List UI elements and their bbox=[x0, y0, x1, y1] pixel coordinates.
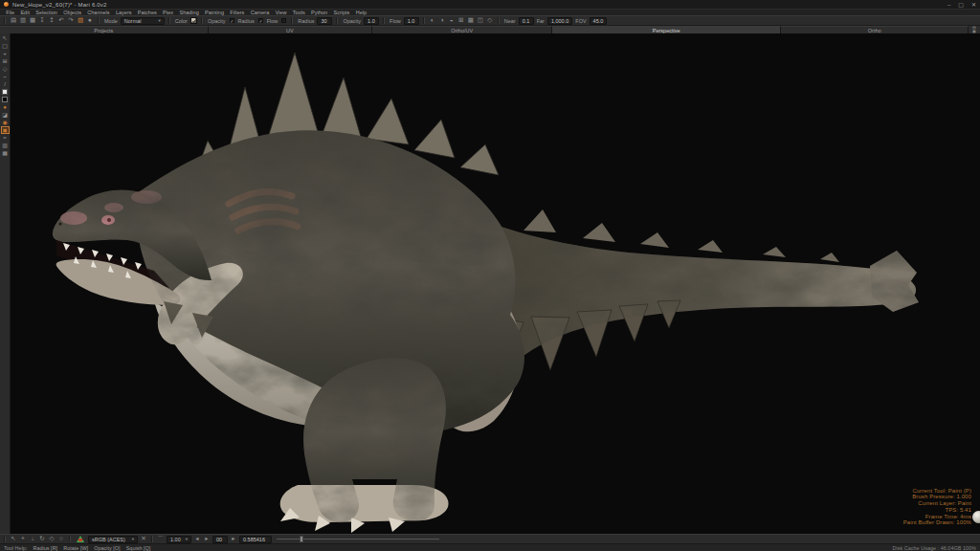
tab-perspective[interactable]: Perspective bbox=[552, 26, 781, 33]
pan-camera-icon[interactable]: ↖ bbox=[10, 536, 17, 542]
pixel-paint-tool[interactable]: ▦ bbox=[1, 149, 10, 157]
menubar: File Edit Selection Objects Channels Lay… bbox=[0, 9, 980, 15]
mirror-projection-icon[interactable]: ◫ bbox=[477, 17, 484, 24]
eraser-tool[interactable]: ◪ bbox=[1, 111, 10, 119]
warp-tool[interactable]: ◇ bbox=[1, 65, 10, 73]
flow-field[interactable]: 1.0 bbox=[404, 17, 419, 25]
lut-extrapolate-select[interactable]: 1.00▾ bbox=[167, 536, 191, 543]
basic-lighting-icon[interactable]: ◑ bbox=[438, 17, 446, 24]
gain-step-up-icon[interactable]: ▸ bbox=[203, 536, 211, 542]
toolbar-grip[interactable] bbox=[498, 17, 500, 24]
toolbar-grip[interactable] bbox=[201, 17, 203, 24]
statusbar: Tool Help: Radius [R] Rotate [W] Opacity… bbox=[0, 543, 980, 551]
minimize-button[interactable]: – bbox=[947, 2, 950, 8]
gradient-tool[interactable]: ▥ bbox=[1, 142, 10, 149]
transform-paint-tool[interactable]: ⊞ bbox=[1, 57, 10, 65]
view-transform-select[interactable]: sRGB (ACES)▾ bbox=[88, 536, 138, 543]
near-clip-field[interactable]: 0.1 bbox=[519, 17, 534, 25]
close-button[interactable]: ✕ bbox=[971, 2, 976, 8]
hud-tps: TPS: 5.41 bbox=[903, 507, 971, 514]
viewport-hud: Current Tool: Paint (P) Brush Pressure: … bbox=[903, 488, 971, 526]
gain-step-down-icon[interactable]: ◂ bbox=[193, 536, 201, 542]
background-color-icon bbox=[2, 97, 8, 102]
hint-squish: Squish [Q] bbox=[126, 545, 151, 551]
toolbar-grip[interactable] bbox=[168, 17, 170, 24]
gain-slider-handle[interactable] bbox=[300, 536, 303, 542]
disk-cache-usage: Disk Cache Usage : 46.04GB 100% bbox=[893, 545, 976, 551]
open-project-icon[interactable]: ▥ bbox=[19, 17, 27, 24]
undo-icon[interactable]: ↶ bbox=[57, 17, 65, 24]
marquee-select-tool[interactable]: ▢ bbox=[1, 42, 10, 50]
opacity-pressure-checkbox[interactable]: ✓ bbox=[230, 18, 234, 23]
toolbar-grip[interactable] bbox=[98, 17, 100, 24]
dolly-camera-icon[interactable]: ↓ bbox=[29, 536, 36, 542]
wireframe-icon[interactable]: ⊞ bbox=[457, 17, 465, 24]
fov-field[interactable]: 45.0 bbox=[590, 17, 608, 25]
paint-tool[interactable]: ● bbox=[1, 103, 10, 111]
creature-model bbox=[11, 33, 980, 534]
radius-pressure-checkbox[interactable]: ✓ bbox=[258, 18, 263, 23]
mari-logo-icon bbox=[4, 2, 9, 7]
toolbar-grip[interactable] bbox=[336, 17, 338, 24]
move-tool[interactable]: + bbox=[1, 50, 10, 57]
tab-list-button[interactable]: ▤▣ bbox=[969, 26, 980, 33]
focus-camera-icon[interactable]: ○ bbox=[57, 536, 65, 542]
symmetry-icon[interactable]: ◇ bbox=[486, 17, 494, 24]
maximize-button[interactable]: ▢ bbox=[958, 2, 964, 8]
shader-ball-icon[interactable]: ● bbox=[86, 17, 94, 24]
hint-rotate: Rotate [W] bbox=[63, 545, 88, 551]
shader-preview-sphere bbox=[972, 511, 980, 523]
gain-slider[interactable] bbox=[277, 536, 439, 542]
palette-icon[interactable]: ▧ bbox=[77, 17, 84, 24]
export-icon[interactable]: ↥ bbox=[48, 17, 56, 24]
texture-view-icon[interactable]: ▦ bbox=[467, 17, 475, 24]
reset-colorspace-icon[interactable]: ✕ bbox=[140, 536, 147, 542]
toolbar-grip[interactable] bbox=[4, 536, 6, 542]
toolbar-grip[interactable] bbox=[383, 17, 385, 24]
toolbar-grip[interactable] bbox=[423, 17, 425, 24]
radius-field[interactable]: 30 bbox=[317, 17, 332, 25]
hud-paint-buffer: Paint Buffer Drawn: 100% bbox=[903, 519, 971, 526]
blend-mode-select[interactable]: Normal▾ bbox=[121, 17, 165, 25]
slerp-tool[interactable]: ~ bbox=[1, 73, 10, 80]
select-tool[interactable]: ↖ bbox=[1, 34, 10, 42]
toolbar-grip[interactable] bbox=[151, 536, 153, 542]
tab-ortho[interactable]: Ortho bbox=[781, 26, 969, 33]
radius-label: Radius bbox=[297, 18, 315, 24]
background-color-swatch[interactable] bbox=[1, 96, 10, 103]
flow-toggle-label: Flow bbox=[266, 18, 279, 24]
blur-tool[interactable]: ≈ bbox=[1, 134, 10, 142]
toolbar-grip[interactable] bbox=[69, 536, 71, 542]
flow-pressure-checkbox[interactable] bbox=[281, 18, 286, 23]
line-tool[interactable]: / bbox=[1, 80, 10, 88]
roll-camera-icon[interactable]: ◇ bbox=[48, 536, 56, 542]
flat-lighting-icon[interactable]: ◐ bbox=[429, 17, 436, 24]
foreground-color-swatch[interactable] bbox=[1, 88, 10, 96]
tab-projects[interactable]: Projects bbox=[0, 26, 209, 33]
paint-color-chip[interactable] bbox=[190, 17, 197, 24]
clone-stamp-tool[interactable]: ▣ bbox=[1, 126, 10, 134]
toolbar-grip[interactable] bbox=[4, 17, 6, 24]
tab-uv[interactable]: UV bbox=[209, 26, 373, 33]
viewport-canvas[interactable]: Current Tool: Paint (P) Brush Pressure: … bbox=[11, 33, 980, 534]
mari-application-window: New_Hope_v2_60(7)* - Mari 6.0v2 – ▢ ✕ Fi… bbox=[0, 0, 980, 551]
far-clip-field[interactable]: 1,000.0 bbox=[547, 17, 572, 25]
move-camera-icon[interactable]: + bbox=[19, 536, 27, 542]
save-project-icon[interactable]: ▦ bbox=[29, 17, 36, 24]
titlebar: New_Hope_v2_60(7)* - Mari 6.0v2 – ▢ ✕ bbox=[0, 0, 980, 9]
orbit-camera-icon[interactable]: ↻ bbox=[38, 536, 46, 542]
new-project-icon[interactable]: ▤ bbox=[10, 17, 17, 24]
redo-icon[interactable]: ↷ bbox=[67, 17, 75, 24]
gain-value-field[interactable]: 0.585416 bbox=[239, 536, 272, 543]
fov-label: FOV bbox=[574, 18, 587, 24]
full-lighting-icon[interactable]: ◒ bbox=[448, 17, 456, 24]
opacity-field[interactable]: 1.0 bbox=[364, 17, 379, 25]
hint-opacity: Opacity [O] bbox=[94, 545, 121, 551]
gain-expand-icon[interactable]: ▸ bbox=[230, 536, 237, 542]
gain-step-field[interactable]: 00 bbox=[212, 536, 228, 543]
lut-curve-icon[interactable]: ⌒ bbox=[157, 536, 165, 542]
toolbar-grip[interactable] bbox=[291, 17, 293, 24]
paint-through-tool[interactable]: ◉ bbox=[1, 119, 10, 126]
import-icon[interactable]: ↧ bbox=[38, 17, 46, 24]
tab-ortho-uv[interactable]: Ortho/UV bbox=[372, 26, 552, 33]
